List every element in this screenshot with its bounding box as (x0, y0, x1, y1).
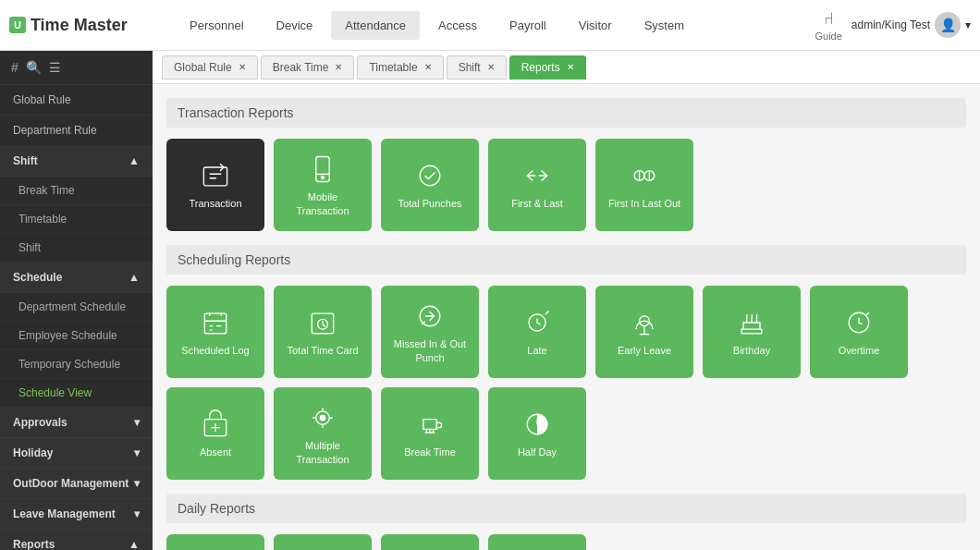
nav-attendance[interactable]: Attendance (331, 11, 420, 40)
card-half-day-label: Half Day (518, 446, 557, 458)
logo-box: U (9, 17, 26, 33)
card-daily-attendance[interactable]: Daily Attendance (166, 534, 264, 550)
sidebar-item-temp-schedule[interactable]: Temporary Schedule (0, 350, 153, 379)
sidebar-approvals-chevron: ▾ (134, 416, 140, 429)
half-day-icon (521, 408, 554, 441)
daily-cards: Daily Attendance Daily Details Daily Sum… (166, 534, 966, 550)
card-overtime[interactable]: Overtime (810, 286, 908, 378)
scheduling-section-title: Scheduling Reports (166, 245, 966, 275)
mobile-transaction-icon (306, 153, 339, 186)
tag-icon[interactable]: # (11, 60, 18, 75)
sidebar-item-shift[interactable]: Shift (0, 234, 153, 263)
sidebar-holiday-label: Holiday (13, 446, 53, 459)
card-first-in-last-out-label: First In Last Out (608, 197, 680, 210)
tab-timetable-close[interactable]: ✕ (424, 62, 432, 72)
tab-global-rule[interactable]: Global Rule ✕ (162, 55, 258, 79)
overtime-icon (842, 306, 876, 339)
sidebar-header-shift[interactable]: Shift ▲ (0, 146, 153, 177)
app-logo[interactable]: U Time Master (9, 16, 157, 35)
card-scheduled-log[interactable]: Scheduled Log (166, 286, 264, 378)
late-icon (521, 306, 554, 339)
card-multiple-transaction-label: Multiple Transaction (281, 439, 364, 466)
tab-break-time[interactable]: Break Time ✕ (261, 55, 355, 79)
tab-reports-close[interactable]: ✕ (567, 62, 574, 72)
sidebar-item-timetable[interactable]: Timetable (0, 205, 153, 234)
guide-icon: ⑁ (824, 9, 834, 29)
card-birthday-label: Birthday (733, 344, 770, 357)
sidebar-header-holiday[interactable]: Holiday ▾ (0, 438, 153, 469)
card-daily-details[interactable]: Daily Details (274, 534, 372, 550)
multiple-transaction-icon (306, 401, 339, 434)
tab-shift[interactable]: Shift ✕ (447, 55, 507, 79)
user-avatar: 👤 (935, 12, 961, 38)
tab-timetable-label: Timetable (369, 61, 417, 74)
sidebar-item-dept-schedule[interactable]: Department Schedule (0, 293, 153, 322)
sidebar-item-break-time[interactable]: Break Time (0, 177, 153, 205)
tab-shift-close[interactable]: ✕ (487, 62, 495, 72)
card-late-label: Late (527, 344, 546, 357)
missed-in-out-icon (413, 299, 447, 333)
card-break-time[interactable]: Break Time (381, 387, 479, 480)
sidebar-header-schedule[interactable]: Schedule ▲ (0, 263, 153, 293)
nav-right: ⑁ Guide admin/King Test 👤 ▾ (815, 9, 971, 42)
sidebar-header-reports[interactable]: Reports ▲ (0, 530, 153, 550)
logo-text: Time Master (31, 16, 128, 35)
sidebar: # 🔍 ☰ Global Rule Department Rule Shift … (0, 51, 153, 550)
sidebar-header-approvals[interactable]: Approvals ▾ (0, 408, 153, 438)
card-absent[interactable]: Absent (166, 387, 264, 480)
card-half-day[interactable]: Half Day (488, 387, 586, 480)
svg-rect-0 (203, 167, 227, 186)
user-info[interactable]: admin/King Test 👤 ▾ (851, 12, 971, 38)
birthday-icon (735, 306, 768, 339)
sidebar-header-leave[interactable]: Leave Management ▾ (0, 499, 153, 530)
first-in-last-out-icon (628, 159, 661, 192)
nav-visitor[interactable]: Visitor (565, 11, 626, 40)
nav-device[interactable]: Device (263, 11, 327, 40)
tab-timetable[interactable]: Timetable ✕ (357, 55, 443, 79)
early-leave-icon (628, 306, 661, 339)
card-total-punches[interactable]: Total Punches (381, 139, 479, 231)
svg-point-2 (322, 177, 325, 179)
tab-global-rule-close[interactable]: ✕ (239, 62, 246, 72)
sidebar-leave-label: Leave Management (13, 507, 116, 520)
sidebar-item-employee-schedule[interactable]: Employee Schedule (0, 322, 153, 350)
card-first-last-label: First & Last (511, 197, 563, 210)
card-mobile-transaction[interactable]: Mobile Transaction (274, 139, 372, 231)
search-icon[interactable]: 🔍 (26, 60, 42, 75)
transaction-icon (199, 159, 232, 192)
user-dropdown-icon: ▾ (965, 18, 971, 31)
scheduled-log-icon (199, 306, 232, 339)
nav-system[interactable]: System (631, 11, 698, 40)
sidebar-item-department-rule[interactable]: Department Rule (0, 116, 153, 146)
sidebar-header-outdoor[interactable]: OutDoor Management ▾ (0, 469, 153, 499)
card-daily-summary[interactable]: Daily Summary (381, 534, 479, 550)
tab-break-time-close[interactable]: ✕ (335, 62, 342, 72)
sidebar-reports-label: Reports (13, 538, 55, 550)
card-scheduled-log-label: Scheduled Log (181, 344, 249, 357)
transaction-cards: Transaction Mobile Transaction Total Pun… (166, 139, 966, 231)
sidebar-item-schedule-view[interactable]: Schedule View (0, 379, 153, 408)
card-daily-status[interactable]: Daily Status (488, 534, 586, 550)
nav-payroll[interactable]: Payroll (496, 11, 560, 40)
card-first-in-last-out[interactable]: First In Last Out (595, 139, 693, 231)
content-area: Global Rule ✕ Break Time ✕ Timetable ✕ S… (153, 51, 980, 550)
nav-access[interactable]: Access (424, 11, 491, 40)
card-birthday[interactable]: Birthday (703, 286, 801, 378)
total-time-card-icon (306, 306, 339, 339)
nav-personnel[interactable]: Personnel (176, 11, 258, 40)
guide-label: Guide (815, 31, 841, 42)
card-transaction[interactable]: Transaction (166, 139, 264, 231)
sidebar-item-global-rule[interactable]: Global Rule (0, 85, 153, 116)
card-first-last[interactable]: First & Last (488, 139, 586, 231)
list-icon[interactable]: ☰ (49, 60, 61, 75)
sidebar-leave-chevron: ▾ (134, 507, 140, 520)
card-total-time-card[interactable]: Total Time Card (274, 286, 372, 378)
card-multiple-transaction[interactable]: Multiple Transaction (274, 387, 372, 480)
card-early-leave[interactable]: Early Leave (595, 286, 693, 378)
svg-rect-6 (204, 313, 226, 334)
sidebar-reports-chevron: ▲ (129, 538, 140, 550)
tab-reports[interactable]: Reports ✕ (509, 55, 586, 79)
card-missed-in-out[interactable]: Missed In & Out Punch (381, 286, 479, 378)
guide-button[interactable]: ⑁ Guide (815, 9, 841, 42)
card-late[interactable]: Late (488, 286, 586, 378)
